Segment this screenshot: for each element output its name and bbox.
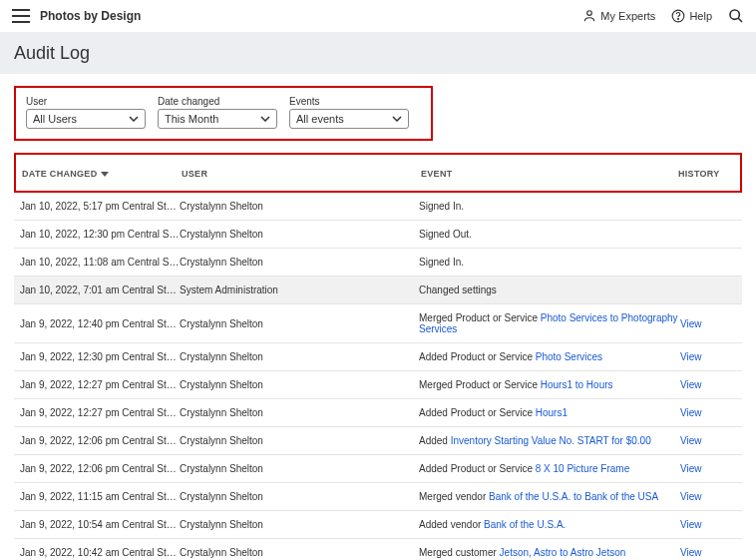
event-text: Added Product or Service — [419, 351, 536, 362]
table-row: Jan 9, 2022, 12:06 pm Central Standa...C… — [14, 427, 742, 455]
cell-event: Added Inventory Starting Value No. START… — [419, 435, 680, 446]
user-select[interactable]: All Users — [26, 109, 146, 129]
event-entity-link[interactable]: Bank of the U.S.A. — [484, 519, 566, 530]
view-history-link[interactable]: View — [680, 491, 702, 502]
col-header-history[interactable]: HISTORY — [678, 169, 734, 179]
cell-event: Merged vendor Bank of the U.S.A. to Bank… — [419, 491, 680, 502]
date-select-value: This Month — [165, 113, 218, 125]
event-entity-link[interactable]: Inventory Starting Value No. START for $… — [451, 435, 651, 446]
cell-history: View — [680, 547, 736, 558]
cell-date: Jan 9, 2022, 12:27 pm Central Standa... — [20, 407, 180, 418]
cell-event: Merged customer Jetson, Astro to Astro J… — [419, 547, 680, 558]
event-text: Added — [419, 435, 451, 446]
cell-date: Jan 9, 2022, 10:54 am Central Standa... — [20, 519, 180, 530]
event-text: Signed Out. — [419, 229, 472, 240]
table-header-highlight-box: DATE CHANGED USER EVENT HISTORY — [14, 153, 742, 193]
event-entity-link[interactable]: Hours1 — [536, 407, 567, 418]
view-history-link[interactable]: View — [680, 407, 702, 418]
cell-user: Crystalynn Shelton — [180, 491, 419, 502]
table-row: Jan 9, 2022, 12:06 pm Central Standa...C… — [14, 455, 742, 483]
svg-point-3 — [730, 10, 739, 19]
cell-event: Added Product or Service 8 X 10 Picture … — [419, 463, 680, 474]
page-title: Audit Log — [14, 43, 742, 64]
view-history-link[interactable]: View — [680, 547, 702, 558]
cell-history: View — [680, 435, 736, 446]
cell-history: View — [680, 463, 736, 474]
view-history-link[interactable]: View — [680, 435, 702, 446]
table-body: Jan 10, 2022, 5:17 pm Central Standa...C… — [14, 193, 742, 560]
view-history-link[interactable]: View — [680, 519, 702, 530]
cell-event: Added Product or Service Photo Services — [419, 351, 680, 362]
event-entity-link[interactable]: 8 X 10 Picture Frame — [536, 463, 629, 474]
cell-event: Signed Out. — [419, 229, 680, 240]
brand-name: Photos by Design — [40, 9, 141, 23]
search-icon — [728, 8, 744, 24]
page-header: Audit Log — [0, 33, 756, 74]
events-select[interactable]: All events — [289, 109, 409, 129]
table-row: Jan 9, 2022, 12:27 pm Central Standa...C… — [14, 371, 742, 399]
cell-user: Crystalynn Shelton — [180, 547, 419, 558]
event-text: Signed In. — [419, 257, 464, 268]
hamburger-menu-icon[interactable] — [12, 9, 30, 23]
cell-user: Crystalynn Shelton — [180, 407, 419, 418]
topbar-right: My Experts Help — [582, 8, 744, 24]
help-label: Help — [689, 10, 712, 22]
table-row: Jan 10, 2022, 11:08 am Central Stand...C… — [14, 249, 742, 277]
cell-date: Jan 10, 2022, 11:08 am Central Stand... — [20, 257, 180, 268]
audit-table: DATE CHANGED USER EVENT HISTORY Jan 10, … — [0, 149, 756, 560]
my-experts-label: My Experts — [600, 10, 655, 22]
cell-user: Crystalynn Shelton — [180, 318, 419, 329]
cell-user: Crystalynn Shelton — [180, 229, 419, 240]
table-row: Jan 10, 2022, 7:01 am Central Stand...Sy… — [14, 277, 742, 304]
table-row: Jan 9, 2022, 12:27 pm Central Standa...C… — [14, 399, 742, 427]
event-entity-link[interactable]: Hours1 to Hours — [541, 379, 613, 390]
table-row: Jan 9, 2022, 12:30 pm Central Standa...C… — [14, 343, 742, 371]
cell-history: View — [680, 318, 736, 329]
cell-date: Jan 9, 2022, 12:40 pm Central Standa... — [20, 318, 180, 329]
events-select-value: All events — [296, 113, 344, 125]
cell-event: Merged Product or Service Photo Services… — [419, 312, 680, 334]
cell-event: Merged Product or Service Hours1 to Hour… — [419, 379, 680, 390]
date-select[interactable]: This Month — [158, 109, 277, 129]
event-text: Merged vendor — [419, 491, 489, 502]
search-button[interactable] — [728, 8, 744, 24]
help-link[interactable]: Help — [671, 9, 712, 23]
cell-date: Jan 9, 2022, 12:27 pm Central Standa... — [20, 379, 180, 390]
person-icon — [582, 9, 596, 23]
event-entity-link[interactable]: Photo Services — [536, 351, 602, 362]
filter-events: Events All events — [289, 96, 409, 129]
help-icon — [671, 9, 685, 23]
cell-date: Jan 10, 2022, 12:30 pm Central Stand... — [20, 229, 180, 240]
chevron-down-icon — [260, 116, 270, 122]
filters-area: User All Users Date changed This Month E… — [0, 74, 756, 149]
cell-date: Jan 10, 2022, 5:17 pm Central Standa... — [20, 201, 180, 212]
event-text: Merged customer — [419, 547, 500, 558]
cell-user: System Administration — [180, 284, 419, 295]
view-history-link[interactable]: View — [680, 463, 702, 474]
table-row: Jan 10, 2022, 5:17 pm Central Standa...C… — [14, 193, 742, 221]
cell-event: Added Product or Service Hours1 — [419, 407, 680, 418]
col-header-event[interactable]: EVENT — [421, 169, 678, 179]
event-entity-link[interactable]: Bank of the U.S.A. to Bank of the USA — [489, 491, 658, 502]
cell-event: Signed In. — [419, 201, 680, 212]
event-text: Merged Product or Service — [419, 312, 541, 323]
my-experts-link[interactable]: My Experts — [582, 9, 655, 23]
table-row: Jan 9, 2022, 10:42 am Central Standa...C… — [14, 539, 742, 560]
cell-event: Changed settings — [419, 284, 680, 295]
cell-user: Crystalynn Shelton — [180, 351, 419, 362]
col-header-user[interactable]: USER — [182, 169, 421, 179]
event-entity-link[interactable]: Jetson, Astro to Astro Jetson — [500, 547, 626, 558]
col-header-date[interactable]: DATE CHANGED — [22, 169, 182, 179]
chevron-down-icon — [392, 116, 402, 122]
cell-date: Jan 9, 2022, 11:15 am Central Standa... — [20, 491, 180, 502]
event-text: Added Product or Service — [419, 407, 536, 418]
view-history-link[interactable]: View — [680, 379, 702, 390]
view-history-link[interactable]: View — [680, 351, 702, 362]
topbar: Photos by Design My Experts Help — [0, 0, 756, 33]
table-row: Jan 9, 2022, 12:40 pm Central Standa...C… — [14, 304, 742, 343]
cell-user: Crystalynn Shelton — [180, 519, 419, 530]
view-history-link[interactable]: View — [680, 318, 702, 329]
cell-date: Jan 9, 2022, 12:06 pm Central Standa... — [20, 463, 180, 474]
cell-user: Crystalynn Shelton — [180, 435, 419, 446]
cell-event: Signed In. — [419, 257, 680, 268]
